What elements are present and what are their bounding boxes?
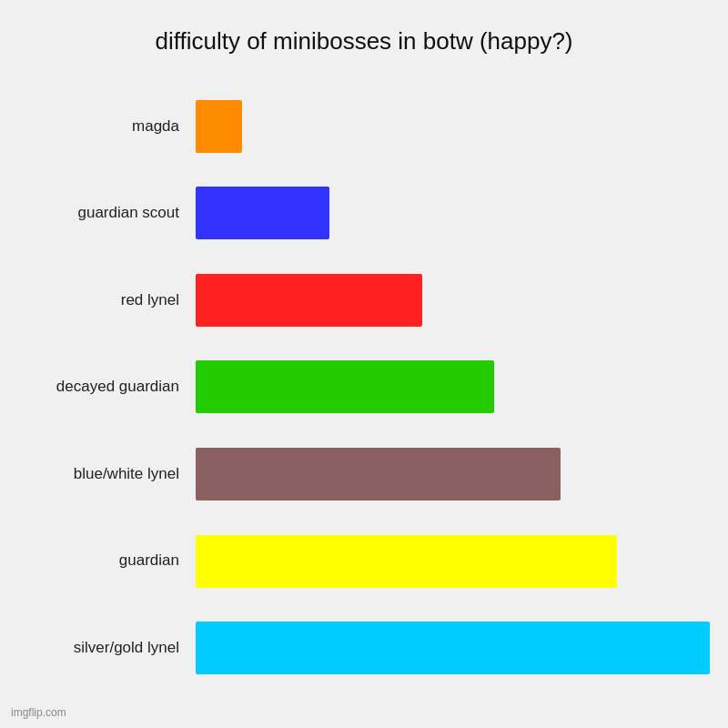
chart-container: difficulty of minibosses in botw (happy?… bbox=[0, 0, 728, 728]
bar-rect bbox=[196, 100, 242, 153]
bar-row: decayed guardian bbox=[27, 355, 710, 419]
bar-rect bbox=[196, 622, 710, 674]
bar-label: decayed guardian bbox=[27, 378, 196, 396]
bar-label: magda bbox=[27, 117, 196, 136]
bar-label: silver/gold lynel bbox=[27, 639, 196, 657]
chart-title: difficulty of minibosses in botw (happy?… bbox=[18, 27, 710, 56]
bar-rect bbox=[196, 535, 617, 588]
bar-label: guardian scout bbox=[27, 204, 196, 222]
bar-label: guardian bbox=[27, 551, 196, 570]
bar-label: red lynel bbox=[27, 291, 196, 309]
bar-rect bbox=[196, 274, 422, 327]
bar-rect bbox=[196, 448, 561, 500]
chart-body: magdaguardian scoutred lyneldecayed guar… bbox=[18, 83, 710, 692]
bar-label: blue/white lynel bbox=[27, 465, 196, 483]
bar-rect bbox=[196, 187, 329, 239]
bar-row: blue/white lynel bbox=[27, 442, 710, 506]
bar-row: guardian bbox=[27, 530, 710, 593]
bar-row: magda bbox=[27, 95, 710, 158]
bar-rect bbox=[196, 360, 494, 413]
watermark: imgflip.com bbox=[11, 706, 66, 719]
bar-row: guardian scout bbox=[27, 181, 710, 245]
bar-row: silver/gold lynel bbox=[27, 616, 710, 680]
bar-row: red lynel bbox=[27, 268, 710, 332]
